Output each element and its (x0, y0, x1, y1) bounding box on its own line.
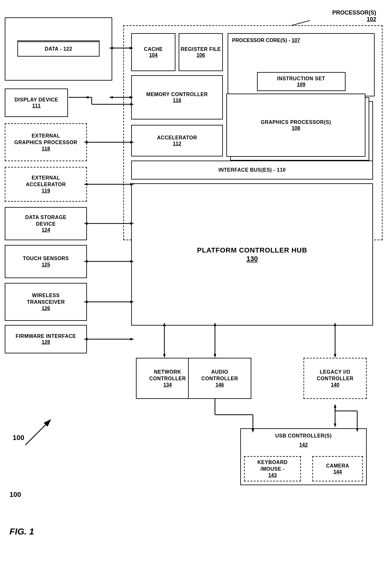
processor-num: 102 (367, 16, 376, 22)
register-file-box: REGISTER FILE 106 (179, 33, 223, 71)
instruction-set-box: INSTRUCTION SET 109 (257, 72, 346, 91)
svg-line-55 (25, 420, 51, 445)
proc-core-num: 107 (291, 38, 300, 43)
accelerator-box: ACCELERATOR 112 (131, 125, 223, 156)
graphics-proc-num: 108 (292, 125, 300, 131)
diagram-ref-num: 100 (9, 491, 21, 499)
firmware-arrow (84, 338, 134, 340)
processor-text: PROCESSOR(S) (332, 9, 376, 16)
data-box: DATA - 122 (17, 41, 100, 57)
touch-sensors-box: TOUCH SENSORS 125 (5, 245, 87, 278)
legacy-io-arrow (334, 322, 336, 358)
data-storage-num: 124 (42, 227, 50, 233)
usb-controller-num: 142 (299, 442, 308, 448)
camera-label: CAMERA (326, 463, 349, 469)
memory-device-box: MEMORY DEVICE - 120 INSTRUCTIONS - 121 D… (5, 17, 112, 81)
fig-label: FIG. 1 (9, 527, 34, 537)
usb-controller-label: USB CONTROLLER(S) (275, 433, 332, 438)
cache-label: CACHE (144, 46, 162, 53)
legacy-io-box: LEGACY I/O CONTROLLER 140 (303, 358, 367, 399)
display-device-box: DISPLAY DEVICE 111 (5, 89, 68, 117)
accelerator-num: 112 (173, 141, 181, 147)
diagram-arrow-svg (19, 417, 57, 448)
firmware-label: FIRMWARE INTERFACE (16, 333, 76, 340)
svg-marker-44 (334, 424, 336, 427)
platform-hub-box: PLATFORM CONTROLLER HUB 130 (131, 183, 373, 326)
ext-graphics-label: EXTERNAL GRAPHICS PROCESSOR (14, 133, 77, 146)
audio-controller-num: 146 (216, 382, 224, 388)
accelerator-label: ACCELERATOR (157, 135, 197, 141)
keyboard-label: KEYBOARD /MOUSE - (257, 459, 287, 473)
wireless-box: WIRELESS TRANSCEIVER 126 (5, 283, 87, 321)
ext-accelerator-label: EXTERNAL ACCELERATOR (26, 175, 66, 188)
touch-sensors-num: 125 (42, 262, 50, 268)
diagram-number: 100 (13, 434, 24, 442)
memory-controller-num: 116 (173, 98, 181, 103)
memory-controller-box: MEMORY CONTROLLER 116 (131, 75, 223, 119)
svg-marker-41 (334, 354, 336, 358)
interface-bus-label: INTERFACE BUS(ES) - 110 (218, 167, 286, 174)
diagram-container: PROCESSOR(S) 102 CACHE 104 REGISTER FILE… (0, 0, 392, 562)
firmware-num: 128 (42, 339, 50, 345)
audio-arrow (214, 322, 216, 358)
graphics-proc-box1: GRAPHICS PROCESSOR(S) 108 (226, 94, 365, 157)
display-num: 111 (32, 103, 41, 109)
instruction-set-label: INSTRUCTION SET (277, 76, 325, 82)
processor-label: PROCESSOR(S) 102 (332, 9, 376, 23)
ext-accelerator-box: EXTERNAL ACCELERATOR 119 (5, 167, 87, 202)
usb-controller-box: USB CONTROLLER(S) 142 KEYBOARD /MOUSE - … (240, 428, 367, 485)
platform-hub-label: PLATFORM CONTROLLER HUB (197, 246, 307, 255)
cache-num: 104 (149, 52, 158, 58)
platform-hub-num: 130 (246, 255, 258, 263)
ext-graphics-num: 118 (42, 146, 50, 152)
network-arrow (163, 322, 166, 358)
keyboard-num: 143 (268, 473, 277, 478)
cache-box: CACHE 104 (131, 33, 175, 71)
svg-marker-13 (85, 96, 89, 99)
svg-marker-32 (130, 338, 134, 340)
svg-marker-38 (214, 354, 216, 358)
touch-sensors-arrow (84, 260, 134, 263)
data-storage-box: DATA STORAGE DEVICE 124 (5, 207, 87, 240)
keyboard-mouse-box: KEYBOARD /MOUSE - 143 (244, 456, 301, 481)
legacy-io-label: LEGACY I/O CONTROLLER (317, 369, 353, 382)
register-label: REGISTER FILE (181, 46, 221, 53)
network-controller-label: NETWORK CONTROLLER (149, 369, 186, 382)
display-device-label: DISPLAY DEVICE (15, 97, 58, 103)
instruction-set-num: 109 (297, 82, 305, 88)
proc-core-text: PROCESSOR CORE(S) - (232, 38, 290, 43)
ext-graphics-box: EXTERNAL GRAPHICS PROCESSOR 118 (5, 123, 87, 161)
register-num: 106 (197, 52, 205, 58)
firmware-box: FIRMWARE INTERFACE 128 (5, 325, 87, 353)
data-label: DATA - 122 (45, 46, 72, 52)
data-storage-label: DATA STORAGE DEVICE (25, 214, 67, 228)
svg-marker-35 (163, 354, 166, 358)
touch-sensors-label: TOUCH SENSORS (23, 255, 69, 262)
graphics-proc-label: GRAPHICS PROCESSOR(S) (261, 119, 331, 126)
legacy-io-num: 140 (331, 382, 340, 388)
memory-controller-label: MEMORY CONTROLLER (146, 91, 208, 98)
wireless-arrow (84, 301, 134, 303)
usb-arrow (334, 404, 336, 427)
ext-accelerator-num: 119 (42, 188, 50, 194)
interface-bus-box: INTERFACE BUS(ES) - 110 (131, 161, 373, 180)
camera-box: CAMERA 144 (312, 456, 363, 481)
wireless-label: WIRELESS TRANSCEIVER (27, 292, 65, 306)
wireless-num: 126 (42, 306, 50, 311)
network-controller-num: 134 (163, 382, 172, 388)
audio-controller-box: AUDIO CONTROLLER 146 (188, 358, 251, 399)
audio-controller-label: AUDIO CONTROLLER (201, 369, 238, 382)
svg-marker-43 (334, 404, 336, 408)
camera-num: 144 (334, 469, 342, 475)
proc-core-label: PROCESSOR CORE(S) - 107 (232, 38, 300, 43)
svg-marker-8 (109, 96, 113, 99)
proc-core-box: PROCESSOR CORE(S) - 107 INSTRUCTION SET … (228, 33, 375, 96)
